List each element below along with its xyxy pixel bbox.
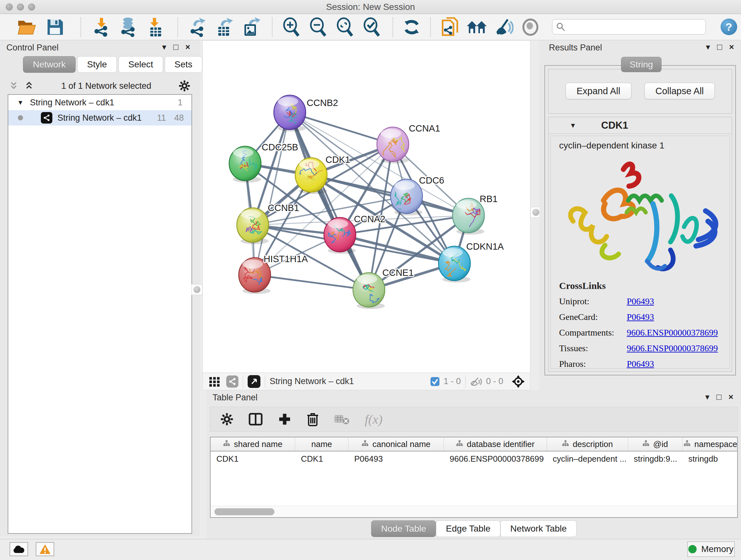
- export-table-icon[interactable]: [212, 16, 235, 38]
- hidden-counts: 0 - 0: [486, 376, 503, 386]
- collapse-all-chevrons-icon[interactable]: [9, 81, 18, 91]
- crosslink-link[interactable]: P06493: [627, 296, 654, 307]
- results-panel: Results Panel ▾ □ × String Expand All Co…: [539, 40, 741, 390]
- share-document-icon[interactable]: [439, 16, 461, 38]
- help-button[interactable]: ?: [721, 18, 737, 35]
- left-splitter-handle[interactable]: [192, 284, 202, 295]
- crosslink-link[interactable]: P06493: [627, 359, 654, 369]
- crosslink-link[interactable]: P06493: [627, 312, 654, 322]
- network-node-hist1h1a[interactable]: HIST1H1A: [239, 254, 308, 294]
- eye-icon[interactable]: [519, 16, 542, 38]
- tab-style[interactable]: Style: [77, 56, 117, 73]
- memory-button[interactable]: Memory: [687, 542, 735, 557]
- delete-column-trash-icon[interactable]: [307, 412, 319, 426]
- import-network-from-database-icon[interactable]: [117, 16, 140, 38]
- export-network-icon[interactable]: [186, 16, 209, 38]
- refresh-view-icon[interactable]: [400, 16, 423, 38]
- toolbar-divider: [178, 17, 178, 37]
- minimize-window-button[interactable]: [17, 3, 24, 10]
- network-node-cdkn1a[interactable]: CDKN1A: [439, 241, 504, 283]
- fit-selected-crosshair-icon[interactable]: [512, 375, 525, 388]
- export-image-icon[interactable]: [239, 16, 262, 38]
- application-window: Session: New Session: [0, 0, 741, 560]
- network-node-ccna1[interactable]: CCNA1: [377, 123, 440, 164]
- network-canvas[interactable]: CCNB2CCNA1CDC25BCDK1CDC6RB1CCNB1CCNA2CDK…: [202, 40, 530, 390]
- table-tabs: Node TableEdge TableNetwork Table: [207, 520, 741, 537]
- open-in-window-icon[interactable]: [248, 375, 260, 388]
- toolbar-divider: [272, 17, 273, 37]
- collapse-panel-icon[interactable]: ▾: [706, 43, 710, 51]
- crosslink-link[interactable]: 9606.ENSP00000378699: [627, 327, 718, 338]
- zoom-window-button[interactable]: [28, 3, 35, 10]
- table-options-gear-icon[interactable]: [220, 413, 233, 426]
- zoom-selected-icon[interactable]: [360, 16, 383, 38]
- tab-sets[interactable]: Sets: [165, 56, 202, 73]
- network-node-cdc6[interactable]: CDC6: [391, 175, 444, 215]
- show-columns-icon[interactable]: [249, 412, 263, 426]
- float-panel-icon[interactable]: □: [717, 393, 722, 401]
- search-input[interactable]: [565, 22, 705, 32]
- tree-expand-icon[interactable]: ▼: [17, 99, 23, 106]
- network-node-count: 11: [157, 113, 166, 123]
- collapse-all-button[interactable]: Collapse All: [644, 83, 715, 99]
- tab-node-table[interactable]: Node Table: [371, 520, 436, 537]
- column-header-database-identifier[interactable]: database identifier: [444, 437, 547, 451]
- network-row-selected[interactable]: String Network – cdk1 11 48: [8, 110, 192, 125]
- hidden-eye-slash-icon[interactable]: [470, 377, 483, 386]
- delete-table-icon[interactable]: [334, 414, 349, 425]
- expand-all-chevrons-icon[interactable]: [24, 81, 34, 91]
- collapse-panel-icon[interactable]: ▾: [162, 43, 166, 51]
- close-panel-icon[interactable]: ×: [185, 43, 190, 51]
- float-panel-icon[interactable]: □: [717, 43, 722, 51]
- column-header-namespace[interactable]: namespace: [683, 437, 738, 451]
- close-window-button[interactable]: [6, 3, 13, 10]
- tab-select[interactable]: Select: [118, 56, 163, 73]
- create-column-plus-icon[interactable]: [278, 413, 291, 426]
- close-panel-icon[interactable]: ×: [729, 43, 734, 51]
- tab-network-table[interactable]: Network Table: [500, 520, 577, 537]
- gene-collapse-icon[interactable]: ▼: [569, 122, 576, 129]
- toolbar-divider: [430, 17, 431, 37]
- network-graph[interactable]: CCNB2CCNA1CDC25BCDK1CDC6RB1CCNB1CCNA2CDK…: [203, 41, 530, 373]
- zoom-in-icon[interactable]: [280, 16, 302, 38]
- float-panel-icon[interactable]: □: [173, 43, 179, 51]
- crosslink-row: GeneCard:P06493: [559, 312, 730, 322]
- share-view-icon[interactable]: [226, 375, 239, 388]
- open-session-icon[interactable]: [15, 16, 38, 38]
- zoom-out-icon[interactable]: [307, 16, 329, 38]
- tab-string[interactable]: String: [621, 57, 662, 72]
- close-panel-icon[interactable]: ×: [729, 393, 733, 401]
- home-icon[interactable]: [465, 16, 488, 38]
- network-node-rb1[interactable]: RB1: [453, 194, 497, 235]
- collapse-panel-icon[interactable]: ▾: [705, 393, 710, 401]
- column-tree-icon: [684, 439, 690, 449]
- crosslink-link[interactable]: 9606.ENSP00000378699: [627, 343, 718, 354]
- function-builder-icon[interactable]: f(x): [365, 412, 383, 427]
- hide-unhide-selection-icon[interactable]: [492, 16, 515, 38]
- column-header-canonical-name[interactable]: canonical name: [348, 437, 444, 451]
- search-field[interactable]: [552, 19, 706, 35]
- scrollbar-thumb[interactable]: [214, 508, 274, 515]
- import-table-from-file-icon[interactable]: [144, 16, 166, 38]
- cloud-button[interactable]: [10, 542, 28, 556]
- import-network-from-file-icon[interactable]: [90, 16, 113, 38]
- network-options-gear-icon[interactable]: [179, 80, 190, 91]
- crosslink-label: GeneCard:: [559, 312, 627, 322]
- column-header-description[interactable]: description: [547, 437, 628, 451]
- expand-all-button[interactable]: Expand All: [565, 83, 631, 99]
- column-header-name[interactable]: name: [295, 437, 348, 451]
- network-collection-row[interactable]: ▼ String Network – cdk1 1: [8, 95, 192, 110]
- tab-network[interactable]: Network: [23, 56, 76, 73]
- column-header-shared-name[interactable]: shared name: [211, 437, 295, 451]
- tab-edge-table[interactable]: Edge Table: [436, 520, 500, 537]
- table-horizontal-scrollbar[interactable]: [211, 506, 737, 517]
- warnings-button[interactable]: [36, 542, 54, 556]
- table-row[interactable]: CDK1CDK1P064939606.ENSP00000378699cyclin…: [211, 451, 737, 466]
- network-node-ccnb2[interactable]: CCNB2: [274, 95, 338, 132]
- birds-eye-grid-icon[interactable]: [209, 376, 220, 387]
- save-session-icon[interactable]: [44, 16, 66, 38]
- zoom-fit-content-icon[interactable]: [333, 16, 356, 38]
- column-header--id[interactable]: @id: [628, 437, 683, 451]
- selected-checkbox-icon[interactable]: [430, 377, 440, 386]
- gene-header[interactable]: ▼ CDK1: [549, 117, 732, 134]
